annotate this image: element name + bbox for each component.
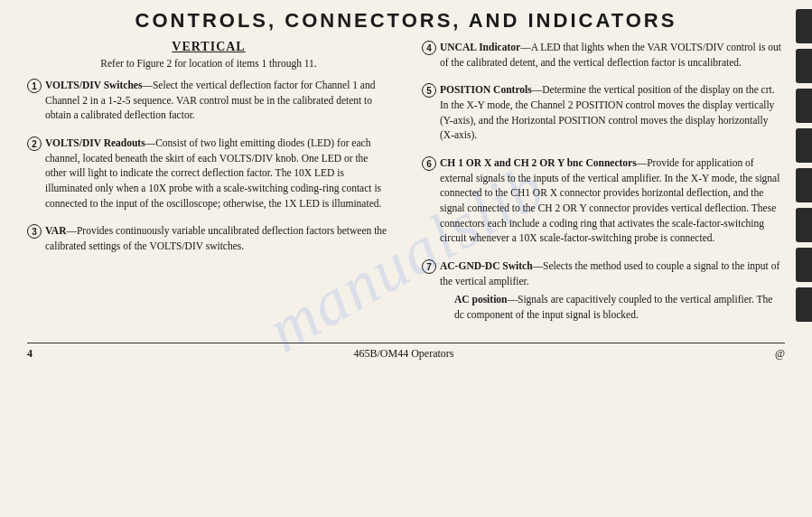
page: manualslib CONTROLS, CONNECTORS, AND IND… — [0, 0, 812, 517]
item-text-4: UNCAL Indicator—A LED that lights when t… — [440, 40, 785, 70]
list-item: 4 UNCAL Indicator—A LED that lights when… — [422, 40, 785, 70]
item-number-3: 3 — [27, 224, 42, 239]
item-label-3: VAR — [45, 225, 66, 236]
footer-symbol: @ — [775, 347, 785, 361]
right-tab-5 — [796, 168, 812, 202]
item-text-2: VOLTS/DIV Readouts—Consist of two light … — [45, 136, 390, 211]
list-item: 7 AC-GND-DC Switch—Selects the method us… — [422, 258, 785, 323]
item-label-2: VOLTS/DIV Readouts — [45, 137, 145, 148]
refer-text: Refer to Figure 2 for location of items … — [27, 58, 390, 69]
right-tab-4 — [796, 128, 812, 163]
right-tab-6 — [796, 208, 812, 242]
item-label-1: VOLTS/DIV Switches — [45, 80, 142, 90]
list-item: 3 VAR—Provides continuously variable unc… — [27, 223, 390, 253]
page-title: CONTROLS, CONNECTORS, AND INDICATORS — [27, 9, 785, 33]
footer: 4 465B/OM44 Operators @ — [27, 343, 785, 361]
right-column: 4 UNCAL Indicator—A LED that lights when… — [417, 40, 785, 335]
list-item: 5 POSITION Controls—Determine the vertic… — [422, 82, 785, 143]
right-tab-1 — [796, 9, 812, 43]
right-tab-2 — [796, 49, 812, 83]
content-area: VERTICAL Refer to Figure 2 for location … — [27, 40, 785, 335]
item-number-6: 6 — [422, 156, 436, 171]
item-text-6: CH 1 OR X and CH 2 OR Y bnc Connectors—P… — [440, 155, 785, 246]
item-label-4: UNCAL Indicator — [440, 42, 520, 52]
left-column: VERTICAL Refer to Figure 2 for location … — [27, 40, 399, 335]
item-text-3: VAR—Provides continuously variable uncal… — [45, 223, 390, 253]
item-number-7: 7 — [422, 259, 436, 274]
list-item: 2 VOLTS/DIV Readouts—Consist of two ligh… — [27, 136, 390, 211]
item-number-4: 4 — [422, 41, 436, 55]
right-tabs — [796, 9, 812, 322]
footer-page-number: 4 — [27, 347, 33, 361]
list-item: 1 VOLTS/DIV Switches—Select the vertical… — [27, 78, 390, 123]
section-title: VERTICAL — [27, 40, 390, 54]
item-label-6: CH 1 OR X and CH 2 OR Y bnc Connectors — [440, 157, 637, 168]
right-tab-3 — [796, 89, 812, 123]
page-header: CONTROLS, CONNECTORS, AND INDICATORS — [27, 9, 785, 33]
item-label-7: AC-GND-DC Switch — [440, 260, 533, 271]
ac-position-text: AC position—Signals are capacitively cou… — [454, 292, 785, 322]
right-tab-8 — [796, 287, 812, 322]
item-text-1: VOLTS/DIV Switches—Select the vertical d… — [45, 78, 390, 123]
item-label-5: POSITION Controls — [440, 84, 532, 95]
list-item: 6 CH 1 OR X and CH 2 OR Y bnc Connectors… — [422, 155, 785, 246]
item-number-2: 2 — [27, 136, 42, 151]
ac-position-label: AC position — [454, 294, 507, 305]
item-number-1: 1 — [27, 79, 42, 93]
item-number-5: 5 — [422, 83, 436, 98]
footer-document-title: 465B/OM44 Operators — [353, 347, 453, 361]
vertical-section: VERTICAL Refer to Figure 2 for location … — [27, 40, 390, 69]
right-tab-7 — [796, 248, 812, 282]
item-text-5: POSITION Controls—Determine the vertical… — [440, 82, 785, 143]
item-text-7: AC-GND-DC Switch—Selects the method used… — [440, 258, 785, 323]
